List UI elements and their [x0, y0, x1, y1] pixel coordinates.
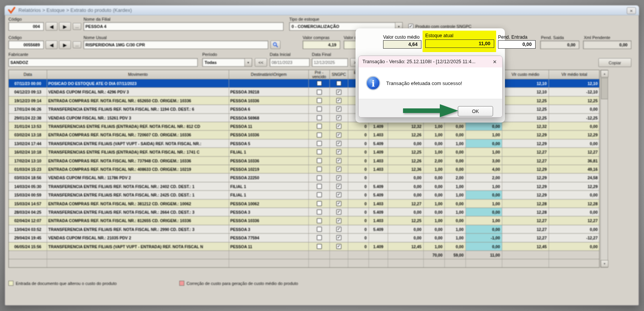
sngpc-checkbox[interactable]: ✓: [336, 158, 341, 163]
pre-vencido-checkbox[interactable]: [317, 210, 322, 214]
sngpc-checkbox[interactable]: ✓: [336, 244, 341, 249]
window-close-button[interactable]: ✕: [627, 7, 636, 14]
table-row[interactable]: 29/04/24 19:45VENDAS CUPOM FISCAL NR.: 2…: [9, 234, 600, 242]
sngpc-checkbox[interactable]: ✓: [336, 98, 341, 103]
table-row[interactable]: 13/02/24 17:44TRANSFERENCIA ENTRE FILIAI…: [9, 139, 600, 148]
sngpc-checkbox[interactable]: ✓: [336, 184, 341, 189]
pre-vencido-checkbox[interactable]: [317, 201, 322, 206]
xml-pendente-field[interactable]: 0,00: [583, 41, 631, 49]
table-row[interactable]: 17/02/24 13:10ENTRADA COMPRAS REF. NOTA …: [9, 157, 600, 165]
sngpc-checkbox[interactable]: ✓: [336, 210, 341, 214]
cell-dest: PESSOA 5: [229, 139, 309, 148]
sngpc-checkbox[interactable]: ✓: [336, 115, 341, 120]
sngpc-checkbox[interactable]: ✓: [336, 218, 341, 223]
dialog-close-button[interactable]: ✕: [491, 59, 498, 65]
pend-saida-field[interactable]: 0,00: [540, 41, 579, 49]
valor-custo-medio-field[interactable]: 4,64: [383, 40, 421, 49]
filial-codigo-field[interactable]: 004: [8, 22, 44, 31]
produto-nome-field[interactable]: RISPERIDONA 1MG C/30 CPR: [84, 41, 268, 49]
pre-vencido-checkbox[interactable]: [317, 149, 322, 154]
sngpc-checkbox[interactable]: ✓: [336, 141, 341, 146]
sngpc-checkbox[interactable]: ✓: [336, 106, 341, 111]
data-inicial-field[interactable]: 08/11/2023: [270, 58, 310, 67]
table-row[interactable]: 07/11/23 00:00POSICAO DO ESTOQUE ATE O D…: [9, 79, 600, 88]
sngpc-checkbox[interactable]: [336, 81, 341, 86]
table-row[interactable]: 03/02/24 13:18ENTRADA COMPRAS REF. NOTA …: [9, 131, 600, 139]
filial-nome-field[interactable]: PESSOA 4: [84, 22, 283, 31]
pre-vencido-checkbox[interactable]: [317, 133, 322, 137]
chevron-down-icon[interactable]: ▼: [244, 59, 252, 66]
cell-movement: VENDAS CUPOM FISCAL NR.: 11786 PDV 2: [47, 174, 229, 182]
triangle-up-icon: ▲: [603, 72, 606, 75]
scroll-up-button[interactable]: ▲: [601, 70, 608, 77]
table-row[interactable]: 17/01/24 06:26TRANSFERENCIA ENTRE FILIAI…: [9, 105, 600, 113]
produto-search-button[interactable]: [270, 41, 280, 49]
table-row[interactable]: 13/04/24 03:52TRANSFERENCIA ENTRE FILIAI…: [9, 225, 600, 234]
pre-vencido-checkbox[interactable]: [317, 175, 322, 180]
pre-vencido-checkbox[interactable]: [317, 227, 322, 232]
table-row[interactable]: 29/01/24 22:38VENDAS CUPOM FISCAL NR.: 1…: [9, 114, 600, 122]
produto-next-button[interactable]: ▶: [59, 41, 71, 49]
window-titlebar[interactable]: Relatórios > Estoque > Extrato do produt…: [5, 5, 639, 15]
fabricante-field[interactable]: SANDOZ: [8, 58, 198, 67]
pre-vencido-checkbox[interactable]: [317, 141, 322, 146]
sngpc-checkbox[interactable]: ✓: [336, 227, 341, 232]
table-row[interactable]: 01/03/24 15:23ENTRADA COMPRAS REF. NOTA …: [9, 165, 600, 174]
pre-vencido-checkbox[interactable]: [317, 235, 322, 240]
sngpc-checkbox[interactable]: ✓: [336, 167, 341, 172]
table-row[interactable]: 31/01/24 13:53TRANSFERENCIAS ENTRE FILIA…: [9, 122, 600, 131]
table-row[interactable]: 03/03/24 18:56VENDAS CUPOM FISCAL NR.: 1…: [9, 174, 600, 182]
vertical-scrollbar[interactable]: ▲ ▼: [600, 70, 608, 268]
pre-vencido-checkbox[interactable]: [317, 124, 322, 129]
table-row[interactable]: 19/12/23 09:14ENTRADA COMPRAS REF. NOTA …: [9, 97, 600, 105]
table-row[interactable]: 28/03/24 04:25TRANSFERENCIA ENTRE FILIAI…: [9, 208, 600, 216]
filial-browse-button[interactable]: ...: [73, 23, 81, 30]
sngpc-checkbox[interactable]: ✓: [336, 235, 341, 240]
pend-entrada-field[interactable]: 0,00: [498, 40, 536, 49]
sngpc-checkbox[interactable]: ✓: [336, 175, 341, 180]
table-row[interactable]: 15/03/24 00:59TRANSFERENCIA ENTRE FILIAI…: [9, 191, 600, 199]
pre-vencido-checkbox[interactable]: [317, 106, 322, 111]
table-row[interactable]: 02/04/24 12:07ENTRADA COMPRAS REF. NOTA …: [9, 216, 600, 225]
dialog-titlebar[interactable]: Transação - Versão: 25.12.1108I - [12/12…: [359, 56, 502, 67]
sngpc-checkbox[interactable]: ✓: [336, 201, 341, 206]
data-final-field[interactable]: 12/12/2025: [312, 58, 348, 67]
pre-vencido-checkbox[interactable]: [317, 167, 322, 172]
cell-cfop: 1.403: [369, 131, 388, 139]
sngpc-checkbox[interactable]: ✓: [336, 90, 341, 95]
scroll-down-button[interactable]: ▼: [601, 260, 608, 267]
pre-vencido-checkbox[interactable]: [317, 184, 322, 189]
cell-entrada: 1,00: [424, 131, 445, 139]
sngpc-checkbox[interactable]: ✓: [336, 124, 341, 129]
table-row[interactable]: 14/03/24 05:30TRANSFERENCIA ENTRE FILIAI…: [9, 182, 600, 191]
pre-vencido-checkbox[interactable]: [317, 244, 322, 249]
estoque-atual-field[interactable]: 11,00: [425, 39, 494, 48]
table-row[interactable]: 04/12/23 09:13VENDAS CUPOM FISCAL NR.: 4…: [9, 88, 600, 96]
pre-vencido-checkbox[interactable]: [317, 115, 322, 120]
table-row[interactable]: 15/03/24 14:57ENTRADA COMPRAS REF. NOTA …: [9, 200, 600, 208]
pre-vencido-checkbox[interactable]: [317, 192, 322, 197]
pre-vencido-checkbox[interactable]: [317, 158, 322, 163]
pre-vencido-checkbox[interactable]: [317, 98, 322, 103]
filial-next-button[interactable]: ▶: [59, 22, 71, 31]
filial-prev-button[interactable]: ◀: [46, 22, 57, 31]
period-back-button[interactable]: <<: [255, 58, 267, 67]
sngpc-checkbox[interactable]: ✓: [336, 192, 341, 197]
copiar-button[interactable]: Copiar: [598, 58, 631, 67]
sngpc-checkbox[interactable]: ✓: [336, 149, 341, 154]
scrollbar-thumb[interactable]: [601, 78, 608, 99]
sngpc-checkbox[interactable]: ✓: [336, 133, 341, 137]
periodo-select[interactable]: Todas ▼: [202, 58, 252, 67]
pre-vencido-checkbox[interactable]: [317, 81, 322, 86]
estoque-atual-label: Estoque atual: [425, 33, 453, 38]
produto-browse-button[interactable]: ...: [73, 41, 81, 48]
table-row[interactable]: 06/05/24 15:56TRANSFERENCIA ENTRE FILIAI…: [9, 242, 600, 251]
cell-vlr-custo-medio: 12,25: [502, 105, 549, 113]
produto-prev-button[interactable]: ◀: [46, 41, 57, 49]
cell-sngpc: [330, 79, 348, 88]
valor-compras-field[interactable]: 4,19: [303, 41, 340, 49]
pre-vencido-checkbox[interactable]: [317, 218, 322, 223]
pre-vencido-checkbox[interactable]: [317, 90, 322, 95]
table-row[interactable]: 16/02/24 10:18TRANSFERENCIAS ENTRE FILIA…: [9, 148, 600, 156]
produto-codigo-field[interactable]: 0055689: [8, 41, 44, 49]
